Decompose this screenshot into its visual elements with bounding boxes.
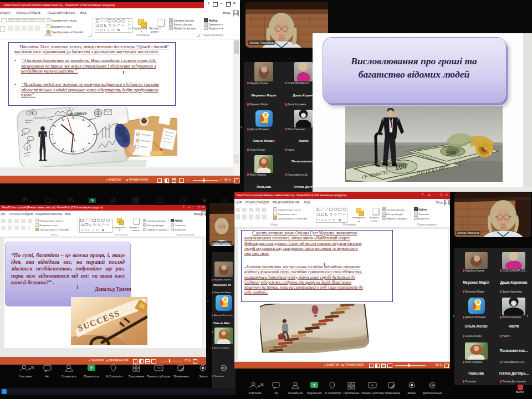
svg-text:Участники: Участники	[19, 375, 32, 378]
svg-text:Отзываться: Отзываться	[62, 375, 76, 378]
svg-text:Примечания: Примечания	[173, 375, 189, 378]
svg-text:Поделиться: Поделиться	[84, 375, 99, 378]
svg-text:Примечания: Примечания	[385, 392, 400, 395]
svg-text:55: 55	[31, 366, 34, 369]
svg-text:Отзываться: Отзываться	[288, 392, 303, 395]
svg-text:Дополнительно: Дополнительно	[423, 392, 442, 395]
svg-text:Поделиться: Поделиться	[307, 392, 322, 395]
svg-text:55: 55	[260, 383, 264, 386]
svg-text:Чат: Чат	[45, 375, 50, 378]
svg-text:Показать субтитры: Показать субтитры	[361, 392, 385, 395]
svg-text:Чат: Чат	[274, 392, 279, 395]
svg-text:100: 100	[446, 149, 457, 157]
svg-text:Запись: Запись	[199, 375, 208, 378]
svg-text:Запись: Запись	[407, 392, 416, 395]
svg-text:Приложения: Приложения	[129, 375, 144, 378]
svg-text:Участники: Участники	[249, 392, 262, 395]
svg-text:Показать субтитры: Показать субтитры	[147, 375, 171, 378]
svg-text:AI Companion: AI Companion	[325, 392, 342, 395]
svg-text:Приложения: Приложения	[344, 392, 359, 395]
svg-text:AI Companion: AI Companion	[106, 375, 123, 378]
